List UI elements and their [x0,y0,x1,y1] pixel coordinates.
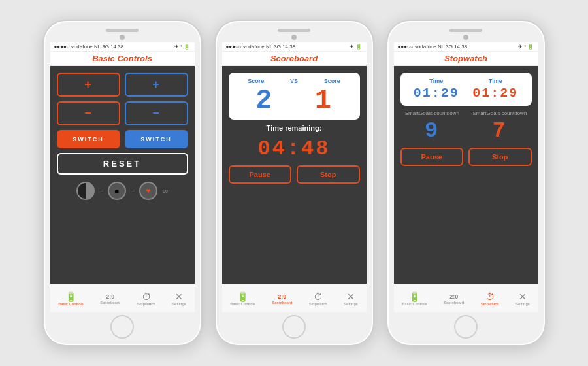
tab-settings-3[interactable]: ✕ Settings [515,292,530,306]
battery-icon-3: 🔋 [409,292,420,301]
theme-icon-2[interactable]: ● [108,182,126,200]
smart-goals-label-left: SmartGoals countdown [405,110,459,117]
minus-red-btn[interactable]: − [57,101,120,125]
dash-1: - [100,186,103,195]
smart-goals-row: SmartGoals countdown 9 SmartGoals countd… [400,110,532,143]
score-right: 1 [315,87,333,114]
camera-2 [291,35,297,40]
smart-goals-col-right: SmartGoals countdown 7 [468,110,532,143]
screen-title-2: Scoreboard [222,52,367,66]
status-bar-1: ●●●●○ vodafone NL 3G 14:38 ✈ * 🔋 [50,42,195,52]
phone-basic-controls: ●●●●○ vodafone NL 3G 14:38 ✈ * 🔋 Basic C… [42,20,203,346]
scoreboard-icon-3: 2:0 [449,294,458,300]
phone-top-1 [50,29,195,40]
tab-scoreboard-3[interactable]: 2:0 Scoreboard [444,294,464,305]
status-left-3: ●●●○○ vodafone NL 3G 14:38 [398,44,468,50]
theme-icon-1[interactable] [76,182,95,200]
speaker-2 [278,29,310,32]
score-header: Score VS Score [235,78,353,84]
phone-stopwatch: ●●●○○ vodafone NL 3G 14:38 ✈ * 🔋 Stopwat… [386,20,546,346]
tab-basic-controls-3[interactable]: 🔋 Basic Controls [402,292,427,306]
tab-basic-controls-1[interactable]: 🔋 Basic Controls [58,292,84,306]
heart-icon[interactable]: ♥ [139,182,157,200]
status-bar-2: ●●●○○ vodafone NL 3G 14:38 ✈ 🔋 [222,42,367,52]
status-right-3: ✈ * 🔋 [518,44,534,50]
dash-2: - [131,186,134,195]
screen-content-3: Time 01:29 Time 01:29 SmartGoals countdo… [394,66,538,284]
tab-stopwatch-3[interactable]: ⏱ Stopwatch [481,292,499,306]
tab-stopwatch-label-3: Stopwatch [481,302,499,306]
smart-goals-value-left: 9 [425,118,439,143]
battery-icon-2: 🔋 [237,292,248,301]
score-label-right: Score [324,78,340,84]
tab-scoreboard-2[interactable]: 2:0 Scoreboard [272,294,292,305]
phone-scoreboard: ●●●○○ vodafone NL 3G 14:38 ✈ 🔋 Scoreboar… [214,20,374,346]
time-card: Time 01:29 Time 01:29 [400,73,532,106]
pause-btn-scoreboard[interactable]: Pause [229,165,292,184]
icon-row: - ● - ♥ ∞ [57,182,188,200]
score-left: 2 [255,87,273,114]
tab-settings-label-2: Settings [344,302,358,306]
switch-blue-btn[interactable]: SWITCH [125,130,188,148]
time-value-left: 01:29 [414,86,459,101]
status-right-1: ✈ * 🔋 [174,44,191,50]
tab-scoreboard-label-1: Scoreboard [100,301,120,305]
stopwatch-icon-2: ⏱ [314,292,323,301]
pause-btn-stopwatch[interactable]: Pause [400,148,464,166]
plus-red-btn[interactable]: + [57,73,120,97]
tab-settings-1[interactable]: ✕ Settings [172,292,186,306]
tab-scoreboard-label-3: Scoreboard [444,301,464,305]
tab-bar-2: 🔋 Basic Controls 2:0 Scoreboard ⏱ Stopwa… [222,284,367,312]
stopwatch-action-row: Pause Stop [400,148,532,166]
tab-settings-2[interactable]: ✕ Settings [344,292,358,306]
camera-1 [120,35,125,40]
tab-basic-controls-2[interactable]: 🔋 Basic Controls [230,292,255,306]
time-col-left: Time 01:29 [414,78,459,101]
score-card: Score VS Score 2 1 [229,73,360,120]
time-col-right: Time 01:29 [472,78,518,101]
scoreboard-icon-2: 2:0 [278,294,286,300]
smart-goals-label-right: SmartGoals countdown [472,110,527,117]
reset-btn[interactable]: RESET [57,153,188,175]
time-value-right: 01:29 [472,86,518,101]
tab-basic-label-3: Basic Controls [402,302,427,306]
stop-btn-stopwatch[interactable]: Stop [468,148,532,166]
speaker-3 [449,29,482,32]
score-label-left: Score [248,78,264,84]
screen-content-2: Score VS Score 2 1 Time remaining: 04:48… [222,66,367,284]
status-left-1: ●●●●○ vodafone NL 3G 14:38 [54,44,124,50]
speaker-1 [106,29,139,32]
home-button-3[interactable] [454,315,478,339]
tab-basic-label-1: Basic Controls [58,302,84,306]
tab-stopwatch-2[interactable]: ⏱ Stopwatch [309,292,327,306]
stopwatch-icon-3: ⏱ [485,292,495,301]
phone-top-3 [394,29,538,40]
tab-stopwatch-label-1: Stopwatch [137,302,155,306]
tab-scoreboard-1[interactable]: 2:0 Scoreboard [100,294,120,305]
scoreboard-action-row: Pause Stop [229,165,360,184]
stop-btn-scoreboard[interactable]: Stop [297,165,360,184]
score-numbers: 2 1 [235,87,353,114]
settings-icon-3: ✕ [519,292,527,301]
status-left-2: ●●●○○ vodafone NL 3G 14:38 [226,44,296,50]
infinity: ∞ [163,186,169,195]
switch-red-btn[interactable]: SWITCH [57,130,120,148]
settings-icon-2: ✕ [347,292,355,301]
home-button-2[interactable] [282,315,306,339]
time-label-left: Time [429,78,443,84]
home-button-1[interactable] [110,315,134,339]
tab-bar-3: 🔋 Basic Controls 2:0 Scoreboard ⏱ Stopwa… [394,284,538,312]
screen-title-3: Stopwatch [394,52,538,66]
phone-top-2 [222,29,367,40]
scoreboard-icon-1: 2:0 [106,294,114,300]
plus-blue-btn[interactable]: + [125,73,188,97]
score-vs: VS [290,78,298,84]
tab-stopwatch-1[interactable]: ⏱ Stopwatch [137,292,155,306]
minus-blue-btn[interactable]: − [125,101,188,125]
battery-icon-1: 🔋 [65,292,76,301]
tab-settings-label-3: Settings [515,302,530,306]
smart-goals-col-left: SmartGoals countdown 9 [400,110,465,143]
tab-basic-label-2: Basic Controls [230,302,255,306]
status-bar-3: ●●●○○ vodafone NL 3G 14:38 ✈ * 🔋 [394,42,538,52]
screen-content-1: + + − − SWITCH SWITCH RESET - ● - ♥ ∞ [50,66,195,284]
